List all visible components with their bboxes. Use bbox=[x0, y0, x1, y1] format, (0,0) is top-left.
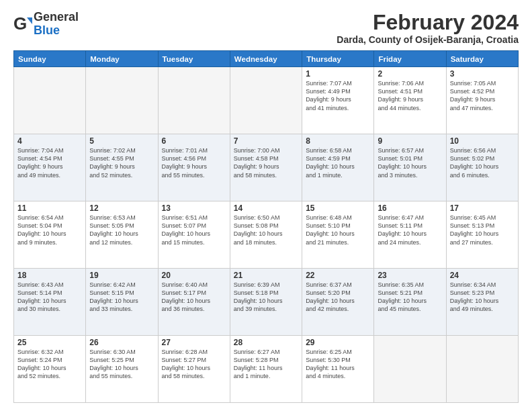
page: G General Blue February 2024 Darda, Coun… bbox=[0, 0, 532, 411]
calendar-cell: 10Sunrise: 6:56 AM Sunset: 5:02 PM Dayli… bbox=[446, 134, 518, 201]
calendar-cell: 19Sunrise: 6:42 AM Sunset: 5:15 PM Dayli… bbox=[86, 269, 158, 336]
day-info: Sunrise: 6:48 AM Sunset: 5:10 PM Dayligh… bbox=[306, 214, 370, 246]
day-number: 10 bbox=[450, 136, 515, 146]
calendar-cell: 1Sunrise: 7:07 AM Sunset: 4:49 PM Daylig… bbox=[302, 67, 374, 134]
day-info: Sunrise: 6:32 AM Sunset: 5:24 PM Dayligh… bbox=[17, 348, 82, 381]
day-info: Sunrise: 6:39 AM Sunset: 5:18 PM Dayligh… bbox=[234, 281, 298, 314]
day-info: Sunrise: 6:35 AM Sunset: 5:21 PM Dayligh… bbox=[378, 281, 442, 314]
calendar-cell: 15Sunrise: 6:48 AM Sunset: 5:10 PM Dayli… bbox=[302, 201, 374, 269]
day-info: Sunrise: 6:56 AM Sunset: 5:02 PM Dayligh… bbox=[450, 146, 515, 179]
svg-text:G: G bbox=[13, 15, 27, 34]
day-number: 1 bbox=[306, 69, 370, 79]
day-info: Sunrise: 6:45 AM Sunset: 5:13 PM Dayligh… bbox=[450, 214, 515, 246]
day-number: 9 bbox=[378, 136, 442, 146]
calendar-cell: 28Sunrise: 6:27 AM Sunset: 5:28 PM Dayli… bbox=[230, 336, 302, 403]
day-info: Sunrise: 6:50 AM Sunset: 5:08 PM Dayligh… bbox=[234, 214, 298, 246]
calendar-row-5: 25Sunrise: 6:32 AM Sunset: 5:24 PM Dayli… bbox=[14, 336, 519, 403]
calendar-cell: 3Sunrise: 7:05 AM Sunset: 4:52 PM Daylig… bbox=[446, 67, 518, 134]
calendar-cell: 29Sunrise: 6:25 AM Sunset: 5:30 PM Dayli… bbox=[302, 336, 374, 403]
calendar-cell: 11Sunrise: 6:54 AM Sunset: 5:04 PM Dayli… bbox=[14, 201, 86, 269]
day-number: 11 bbox=[17, 203, 82, 213]
day-info: Sunrise: 6:34 AM Sunset: 5:23 PM Dayligh… bbox=[450, 281, 515, 314]
calendar-cell: 21Sunrise: 6:39 AM Sunset: 5:18 PM Dayli… bbox=[230, 269, 302, 336]
day-number: 19 bbox=[89, 271, 154, 280]
calendar-cell: 12Sunrise: 6:53 AM Sunset: 5:05 PM Dayli… bbox=[86, 201, 158, 269]
col-thursday: Thursday bbox=[302, 51, 374, 67]
day-info: Sunrise: 7:06 AM Sunset: 4:51 PM Dayligh… bbox=[378, 79, 442, 112]
calendar-cell: 17Sunrise: 6:45 AM Sunset: 5:13 PM Dayli… bbox=[446, 201, 518, 269]
day-info: Sunrise: 6:54 AM Sunset: 5:04 PM Dayligh… bbox=[17, 214, 82, 246]
day-info: Sunrise: 6:43 AM Sunset: 5:14 PM Dayligh… bbox=[17, 281, 82, 314]
day-number: 13 bbox=[162, 203, 226, 213]
calendar-row-4: 18Sunrise: 6:43 AM Sunset: 5:14 PM Dayli… bbox=[14, 269, 519, 336]
day-info: Sunrise: 6:37 AM Sunset: 5:20 PM Dayligh… bbox=[306, 281, 370, 314]
day-info: Sunrise: 6:53 AM Sunset: 5:05 PM Dayligh… bbox=[89, 214, 154, 246]
col-saturday: Saturday bbox=[446, 51, 518, 67]
calendar-cell: 2Sunrise: 7:06 AM Sunset: 4:51 PM Daylig… bbox=[374, 67, 446, 134]
day-info: Sunrise: 7:07 AM Sunset: 4:49 PM Dayligh… bbox=[306, 79, 370, 112]
col-tuesday: Tuesday bbox=[158, 51, 230, 67]
calendar-cell: 26Sunrise: 6:30 AM Sunset: 5:25 PM Dayli… bbox=[86, 336, 158, 403]
day-number: 7 bbox=[234, 136, 298, 146]
day-number: 6 bbox=[162, 136, 226, 146]
header-row: Sunday Monday Tuesday Wednesday Thursday… bbox=[14, 51, 519, 67]
calendar-cell: 23Sunrise: 6:35 AM Sunset: 5:21 PM Dayli… bbox=[374, 269, 446, 336]
day-info: Sunrise: 6:58 AM Sunset: 4:59 PM Dayligh… bbox=[306, 146, 370, 179]
col-sunday: Sunday bbox=[14, 51, 86, 67]
calendar-cell: 27Sunrise: 6:28 AM Sunset: 5:27 PM Dayli… bbox=[158, 336, 230, 403]
calendar-cell bbox=[230, 67, 302, 134]
calendar-row-1: 1Sunrise: 7:07 AM Sunset: 4:49 PM Daylig… bbox=[14, 67, 519, 134]
calendar-body: 1Sunrise: 7:07 AM Sunset: 4:49 PM Daylig… bbox=[14, 67, 519, 403]
day-number: 26 bbox=[89, 338, 154, 347]
calendar-cell bbox=[446, 336, 518, 403]
col-wednesday: Wednesday bbox=[230, 51, 302, 67]
day-info: Sunrise: 6:47 AM Sunset: 5:11 PM Dayligh… bbox=[378, 214, 442, 246]
calendar-cell bbox=[158, 67, 230, 134]
calendar-cell: 13Sunrise: 6:51 AM Sunset: 5:07 PM Dayli… bbox=[158, 201, 230, 269]
day-number: 4 bbox=[17, 136, 82, 146]
col-friday: Friday bbox=[374, 51, 446, 67]
logo-icon: G bbox=[13, 15, 32, 34]
calendar-header: Sunday Monday Tuesday Wednesday Thursday… bbox=[14, 51, 519, 67]
calendar-cell bbox=[374, 336, 446, 403]
logo-text: General Blue bbox=[34, 11, 79, 38]
calendar-row-3: 11Sunrise: 6:54 AM Sunset: 5:04 PM Dayli… bbox=[14, 201, 519, 269]
col-monday: Monday bbox=[86, 51, 158, 67]
day-number: 18 bbox=[17, 271, 82, 280]
day-number: 12 bbox=[89, 203, 154, 213]
day-number: 17 bbox=[450, 203, 515, 213]
day-info: Sunrise: 7:00 AM Sunset: 4:58 PM Dayligh… bbox=[234, 146, 298, 179]
location-subtitle: Darda, County of Osijek-Baranja, Croatia bbox=[337, 34, 519, 45]
day-info: Sunrise: 7:05 AM Sunset: 4:52 PM Dayligh… bbox=[450, 79, 515, 112]
day-number: 21 bbox=[234, 271, 298, 280]
day-info: Sunrise: 6:51 AM Sunset: 5:07 PM Dayligh… bbox=[162, 214, 226, 246]
day-info: Sunrise: 6:42 AM Sunset: 5:15 PM Dayligh… bbox=[89, 281, 154, 314]
day-number: 24 bbox=[450, 271, 515, 280]
logo-general: General bbox=[34, 11, 79, 24]
day-info: Sunrise: 7:02 AM Sunset: 4:55 PM Dayligh… bbox=[89, 146, 154, 179]
calendar-row-2: 4Sunrise: 7:04 AM Sunset: 4:54 PM Daylig… bbox=[14, 134, 519, 201]
day-number: 8 bbox=[306, 136, 370, 146]
calendar-cell: 14Sunrise: 6:50 AM Sunset: 5:08 PM Dayli… bbox=[230, 201, 302, 269]
day-info: Sunrise: 6:57 AM Sunset: 5:01 PM Dayligh… bbox=[378, 146, 442, 179]
day-number: 23 bbox=[378, 271, 442, 280]
calendar-cell: 24Sunrise: 6:34 AM Sunset: 5:23 PM Dayli… bbox=[446, 269, 518, 336]
logo-blue: Blue bbox=[34, 24, 79, 38]
day-info: Sunrise: 7:01 AM Sunset: 4:56 PM Dayligh… bbox=[162, 146, 226, 179]
calendar-cell: 22Sunrise: 6:37 AM Sunset: 5:20 PM Dayli… bbox=[302, 269, 374, 336]
title-block: February 2024 Darda, County of Osijek-Ba… bbox=[337, 11, 519, 45]
day-info: Sunrise: 7:04 AM Sunset: 4:54 PM Dayligh… bbox=[17, 146, 82, 179]
day-number: 5 bbox=[89, 136, 154, 146]
day-info: Sunrise: 6:28 AM Sunset: 5:27 PM Dayligh… bbox=[162, 348, 226, 381]
day-number: 27 bbox=[162, 338, 226, 347]
calendar-table: Sunday Monday Tuesday Wednesday Thursday… bbox=[13, 50, 519, 403]
day-info: Sunrise: 6:27 AM Sunset: 5:28 PM Dayligh… bbox=[234, 348, 298, 381]
calendar-cell: 7Sunrise: 7:00 AM Sunset: 4:58 PM Daylig… bbox=[230, 134, 302, 201]
day-info: Sunrise: 6:40 AM Sunset: 5:17 PM Dayligh… bbox=[162, 281, 226, 314]
day-number: 28 bbox=[234, 338, 298, 347]
day-number: 3 bbox=[450, 69, 515, 79]
calendar-cell: 16Sunrise: 6:47 AM Sunset: 5:11 PM Dayli… bbox=[374, 201, 446, 269]
calendar-cell: 25Sunrise: 6:32 AM Sunset: 5:24 PM Dayli… bbox=[14, 336, 86, 403]
calendar-cell: 4Sunrise: 7:04 AM Sunset: 4:54 PM Daylig… bbox=[14, 134, 86, 201]
calendar-cell: 5Sunrise: 7:02 AM Sunset: 4:55 PM Daylig… bbox=[86, 134, 158, 201]
